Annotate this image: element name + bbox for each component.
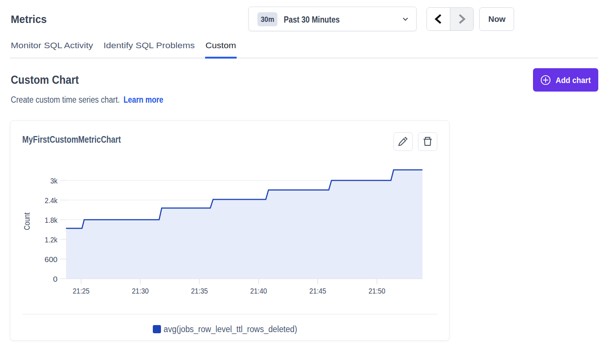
- svg-text:21:45: 21:45: [309, 287, 326, 295]
- svg-text:21:35: 21:35: [191, 287, 208, 295]
- svg-text:2.4k: 2.4k: [45, 196, 58, 205]
- svg-text:1.2k: 1.2k: [45, 235, 58, 244]
- svg-text:21:40: 21:40: [250, 287, 267, 295]
- svg-text:21:30: 21:30: [132, 287, 149, 295]
- svg-text:Count: Count: [22, 212, 32, 230]
- svg-text:600: 600: [45, 255, 57, 264]
- svg-text:0: 0: [53, 275, 57, 283]
- svg-text:1.8k: 1.8k: [45, 216, 58, 224]
- svg-text:21:50: 21:50: [368, 287, 385, 295]
- svg-text:21:25: 21:25: [73, 287, 90, 295]
- svg-text:3k: 3k: [50, 176, 57, 185]
